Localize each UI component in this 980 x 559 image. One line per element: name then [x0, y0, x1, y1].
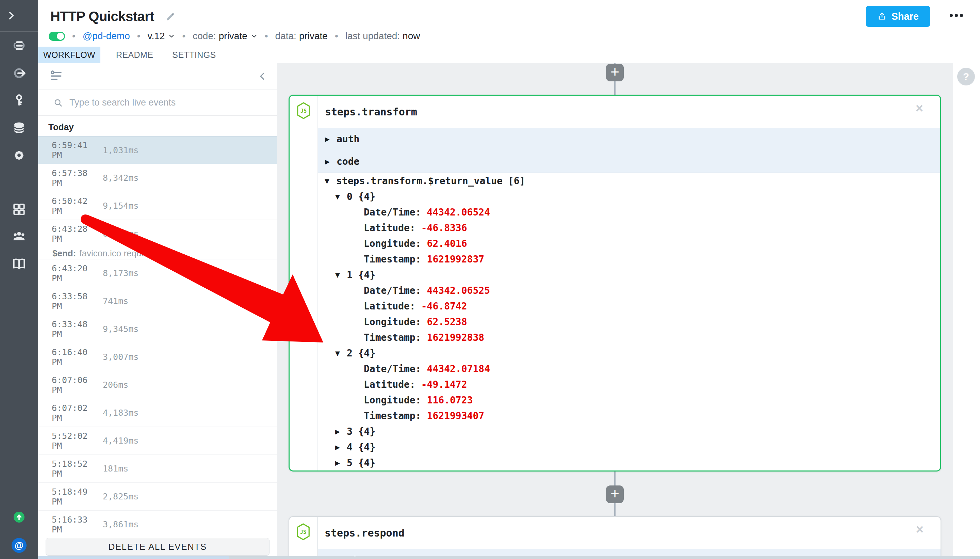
event-row[interactable]: 6:57:38 PM8,342ms — [38, 164, 277, 192]
event-row[interactable]: 6:59:41 PM1,031ms — [38, 136, 277, 164]
tab-settings[interactable]: SETTINGS — [169, 46, 219, 63]
account-link[interactable]: @pd-demo — [82, 31, 130, 41]
field-key: Date/Time: — [364, 207, 421, 218]
return-value-tree: ▼steps.transform.$return_value[6]▼0 {4}D… — [318, 173, 940, 470]
collapsed-triangle-icon[interactable]: ▶ — [325, 136, 337, 143]
field-value: 1621993407 — [427, 410, 485, 422]
expanded-triangle-icon[interactable]: ▼ — [325, 177, 336, 185]
event-duration: 2,825ms — [103, 491, 139, 501]
event-time: 6:57:38 PM — [52, 168, 103, 188]
field-value: 1621992837 — [427, 254, 485, 265]
community-icon[interactable] — [11, 228, 27, 244]
collapse-panel-chevron-icon[interactable] — [257, 71, 268, 82]
scrollbar-thumb[interactable] — [38, 556, 229, 559]
event-row[interactable]: 5:18:52 PM181ms — [38, 455, 277, 482]
deploy-arrow-icon[interactable] — [13, 511, 25, 523]
workflow-canvas: + + JS steps.transform ▶auth▶code ▼steps… — [277, 63, 953, 559]
event-row[interactable]: 6:33:48 PM9,345ms — [38, 315, 277, 343]
event-duration: 4,183ms — [103, 408, 139, 418]
section-row-code[interactable]: ▶code — [318, 150, 940, 173]
event-row[interactable]: 5:18:49 PM2,825ms — [38, 482, 277, 510]
return-value-header-row[interactable]: ▼steps.transform.$return_value[6] — [318, 173, 940, 189]
account-avatar[interactable]: @ — [11, 538, 27, 553]
expanded-triangle-icon[interactable]: ▼ — [335, 350, 347, 357]
apps-grid-icon[interactable] — [11, 202, 27, 217]
keys-icon[interactable] — [11, 92, 27, 108]
add-step-button[interactable]: + — [606, 64, 624, 81]
filter-events-icon[interactable] — [49, 69, 63, 83]
workflows-icon[interactable] — [11, 38, 27, 53]
docs-book-icon[interactable] — [11, 256, 27, 272]
expanded-triangle-icon[interactable]: ▼ — [335, 271, 347, 278]
close-step-panel-icon[interactable]: × — [916, 102, 923, 115]
svg-text:JS: JS — [300, 108, 307, 114]
event-duration: 741ms — [103, 296, 128, 306]
event-row[interactable]: 6:33:58 PM741ms — [38, 287, 277, 315]
expanded-triangle-icon[interactable]: ▼ — [335, 193, 347, 200]
search-icon — [53, 98, 63, 108]
array-item-row-0[interactable]: ▼0 {4} — [318, 189, 940, 204]
search-input[interactable] — [69, 97, 277, 108]
code-privacy-dropdown[interactable]: code: private — [193, 31, 257, 41]
event-time: 6:50:42 PM — [52, 196, 103, 216]
event-sources-icon[interactable] — [11, 65, 27, 81]
tab-bar: WORKFLOWREADMESETTINGS — [38, 46, 219, 63]
events-section-label: Today — [38, 116, 277, 136]
help-button[interactable]: ? — [957, 68, 975, 86]
step-card-transform: JS steps.transform ▶auth▶code ▼steps.tra… — [289, 95, 941, 471]
event-time: 6:43:28 PM — [52, 224, 103, 244]
step-observability-sections: ▶auth▶code — [318, 128, 940, 173]
tab-readme[interactable]: README — [113, 46, 157, 63]
section-row-auth[interactable]: ▶auth — [318, 128, 940, 150]
horizontal-scrollbar[interactable] — [38, 556, 980, 559]
event-row[interactable]: 5:52:02 PM4,419ms — [38, 427, 277, 455]
marker-prefix: $end: — [53, 248, 76, 259]
event-row[interactable]: 6:07:02 PM4,183ms — [38, 399, 277, 427]
array-item-row-4[interactable]: ▶4 {4} — [318, 439, 940, 455]
settings-gear-icon[interactable] — [11, 147, 27, 163]
field-key: Timestamp: — [364, 332, 421, 343]
share-button[interactable]: Share — [866, 6, 931, 27]
workflow-active-toggle[interactable] — [49, 31, 65, 41]
field-key: Timestamp: — [364, 410, 421, 422]
array-item-row-5[interactable]: ▶5 {4} — [318, 455, 940, 470]
delete-all-events-button[interactable]: DELETE ALL EVENTS — [46, 538, 269, 556]
field-value: 62.5238 — [427, 316, 467, 327]
step-title: steps.transform — [325, 106, 417, 118]
event-duration: 9,345ms — [103, 324, 139, 334]
more-menu-button[interactable] — [947, 10, 965, 20]
sql-icon[interactable] — [11, 120, 27, 136]
event-row[interactable]: 6:43:28 PM6,293ms — [38, 220, 277, 248]
field-key: Latitude: — [364, 379, 416, 390]
event-time: 5:16:33 PM — [52, 515, 103, 534]
close-step-panel-icon[interactable]: × — [916, 523, 924, 536]
event-list: 6:59:41 PM1,031ms6:57:38 PM8,342ms6:50:4… — [38, 136, 277, 538]
event-row[interactable]: 6:07:06 PM206ms — [38, 371, 277, 399]
array-item-row-3[interactable]: ▶3 {4} — [318, 423, 940, 439]
event-time: 6:33:48 PM — [52, 319, 103, 339]
workflow-header: HTTP Quickstart • @pd-demo • v.12 • code… — [38, 0, 980, 63]
edit-title-pencil-icon[interactable] — [165, 11, 176, 23]
add-step-button[interactable]: + — [606, 485, 624, 503]
event-row[interactable]: 6:16:40 PM3,007ms — [38, 343, 277, 371]
event-list-toolbar — [38, 63, 277, 90]
event-row[interactable]: 5:16:33 PM3,861ms — [38, 510, 277, 538]
collapsed-triangle-icon[interactable]: ▶ — [325, 158, 337, 165]
event-row[interactable]: 6:43:20 PM8,173ms — [38, 259, 277, 287]
collapsed-triangle-icon[interactable]: ▶ — [335, 428, 347, 435]
app-rail: @ — [0, 0, 38, 559]
field-key: Date/Time: — [364, 363, 421, 374]
field-value: 44342.06525 — [427, 285, 490, 296]
version-dropdown[interactable]: v.12 — [148, 31, 175, 41]
field-value: 62.4016 — [427, 238, 467, 249]
array-item-row-1[interactable]: ▼1 {4} — [318, 267, 940, 283]
nodejs-icon: JS — [296, 102, 311, 119]
collapsed-triangle-icon[interactable]: ▶ — [335, 459, 347, 466]
array-item-row-2[interactable]: ▼2 {4} — [318, 345, 940, 361]
event-row[interactable]: 6:50:42 PM9,154ms — [38, 192, 277, 220]
expand-sidebar-chevron-icon[interactable] — [3, 8, 19, 23]
field-row: Longitude:116.0723 — [318, 392, 940, 408]
field-row: Timestamp:1621992837 — [318, 251, 940, 267]
collapsed-triangle-icon[interactable]: ▶ — [335, 443, 347, 451]
tab-workflow[interactable]: WORKFLOW — [38, 46, 101, 63]
